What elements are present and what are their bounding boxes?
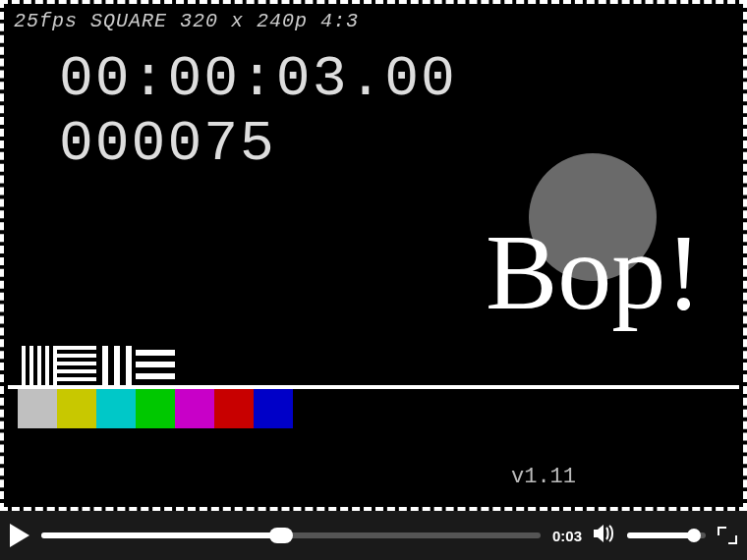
color-bar	[214, 389, 254, 428]
bop-text: Bop!	[486, 210, 702, 335]
bw-pattern	[18, 346, 57, 385]
seek-fill	[41, 532, 281, 538]
video-controls: 0:03	[0, 511, 747, 560]
color-bars	[18, 389, 293, 428]
volume-icon[interactable]	[594, 524, 615, 547]
seek-bar[interactable]	[41, 532, 541, 538]
volume-bar[interactable]	[627, 532, 706, 538]
video-spec-text: 25fps SQUARE 320 x 240p 4:3	[14, 10, 359, 32]
color-bar	[136, 389, 175, 428]
color-bar	[57, 389, 96, 428]
timecode-display: 00:00:03.00	[59, 47, 457, 111]
current-time: 0:03	[552, 528, 582, 544]
fullscreen-button[interactable]	[718, 527, 737, 544]
video-player: 25fps SQUARE 320 x 240p 4:3 00:00:03.00 …	[0, 0, 747, 560]
bw-pattern	[57, 346, 96, 385]
play-button[interactable]	[10, 524, 29, 547]
bw-pattern	[136, 346, 175, 385]
framecount-display: 000075	[59, 112, 276, 176]
seek-thumb[interactable]	[269, 528, 293, 543]
bw-test-patterns	[18, 346, 175, 385]
color-bar	[18, 389, 57, 428]
volume-fill	[627, 532, 694, 538]
bw-pattern	[96, 346, 136, 385]
video-content[interactable]: 25fps SQUARE 320 x 240p 4:3 00:00:03.00 …	[0, 0, 747, 511]
color-bar	[96, 389, 136, 428]
volume-thumb[interactable]	[687, 529, 701, 542]
version-text: v1.11	[511, 465, 576, 489]
color-bar	[175, 389, 214, 428]
color-bar	[254, 389, 293, 428]
